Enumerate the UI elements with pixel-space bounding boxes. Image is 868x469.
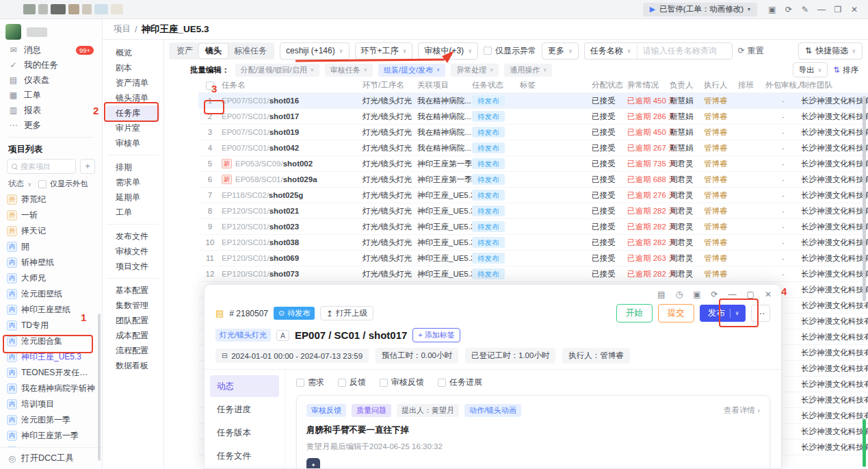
project-list-item[interactable]: 内 TD专用 [0,318,102,333]
table-row[interactable]: 6 新 EP058/SC01/ shot029a 灯光/镜头灯光 神印王座第一季… [198,172,868,188]
secondary-scrollbar-thumb[interactable] [863,419,866,467]
avatar[interactable] [5,24,21,40]
activity-filter-checkbox[interactable]: 审核反馈 [380,377,424,388]
entity-tab[interactable]: 标准任务 [228,44,273,58]
task-name-cell[interactable]: EP120/SC01/ shot023 [222,223,363,231]
project-list-item[interactable]: 内 斩神壁纸 [0,255,102,270]
table-row[interactable]: 1 EP007/SC01/ shot016 灯光/镜头灯光 我在精神病院... … [198,93,868,109]
batch-action-dropdown[interactable]: 通用操作 ∨ [504,64,552,77]
section-nav-item[interactable]: 工单 [106,205,160,220]
project-list-item[interactable]: 内 TEONES开发任务管理 [0,365,102,381]
sticker-badge[interactable]: ✦ [306,458,320,469]
project-list-item[interactable]: 内 大师兄 [0,270,102,286]
modal-tab[interactable]: 任务版本 [210,422,279,444]
modal-tab[interactable]: 任务进度 [210,398,279,420]
section-nav-item[interactable]: 成本配置 [106,328,160,343]
filter-dropdown[interactable]: ceshiji (+146) ∨ [280,42,350,60]
task-name-cell[interactable]: EP120/SC01/ shot038 [222,238,363,246]
start-button[interactable]: 开始 [616,304,653,322]
activity-filter-checkbox[interactable]: 反馈 [338,377,366,388]
task-search-input[interactable] [637,46,732,55]
view-detail-link[interactable]: 查看详情 › [724,405,760,416]
quick-filter-button[interactable]: ⇅ 快捷筛选 ∨ [798,42,863,60]
section-nav-item[interactable]: 排期 [106,160,160,175]
task-name-cell[interactable]: EP007/SC01/ shot017 [222,112,363,121]
table-row[interactable]: 7 EP118/SC02/ shot025g 灯光/镜头灯光 神印王座_UE5.… [198,188,868,203]
window-control-icon[interactable]: ✎ [797,5,813,14]
sidebar-nav-item[interactable]: ⋯ 更多 [0,118,102,133]
project-list-item[interactable]: 外 一斩 [0,207,102,223]
select-all-checkbox[interactable] [206,81,214,90]
project-list-item[interactable]: 外 择天记 [0,223,102,239]
task-name-cell[interactable]: EP120/SC01/ shot073 [222,270,363,278]
pause-status-dropdown[interactable]: ▶ 已暂停(工单：动画修改) ▾ [643,3,757,16]
sidebar-nav-item[interactable]: ✉ 消息 99+ [0,42,102,58]
project-search-input[interactable] [21,162,71,170]
sidebar-nav-item[interactable]: ✓ 我的任务 [0,58,102,73]
table-row[interactable]: 5 新 EP053/SC09/ shot002 灯光/镜头灯光 神印王座第一季 … [198,156,868,172]
modal-control-icon[interactable]: ▢ [747,290,754,299]
add-tag-button[interactable]: + 添加标签 [412,328,460,342]
submit-button[interactable]: 提交 [658,304,694,322]
task-name-cell[interactable]: EP007/SC01/ shot042 [222,144,363,152]
sort-button[interactable]: ⇅ 排序 [833,65,858,75]
project-list-item[interactable]: 内 神印王座第一季 [0,428,102,444]
table-row[interactable]: 3 EP007/SC01/ shot019 灯光/镜头灯光 我在精神病院... … [198,125,868,140]
task-name-cell[interactable]: 新 EP058/SC01/ shot029a [222,175,363,184]
search-field-select[interactable]: 任务名称 ∨ [585,43,637,59]
modal-control-icon[interactable]: ⟳ [711,290,718,299]
section-nav-item[interactable]: 流程配置 [106,343,160,358]
project-list-item[interactable]: 内 開 [0,239,102,255]
section-nav-item[interactable]: 审片室 [106,121,160,136]
modal-tab[interactable]: 动态 [210,375,279,397]
sidebar-nav-item[interactable]: ▦ 工单 [0,88,102,103]
reset-filters-button[interactable]: ⟳ 重置 [738,45,764,57]
filter-dropdown[interactable]: 环节+工序 ∨ [355,42,413,60]
table-row[interactable]: 4 EP007/SC01/ shot042 灯光/镜头灯光 我在精神病院... … [198,140,868,156]
modal-control-icon[interactable]: ▣ [693,290,700,299]
add-project-button[interactable]: + [80,159,95,174]
task-name-cell[interactable]: EP007/SC01/ shot019 [222,128,363,136]
breadcrumb-root[interactable]: 项目 [114,23,131,35]
project-list-item[interactable]: 内 神印王座_UE5.3 [0,349,102,365]
window-control-icon[interactable]: ✕ [846,5,863,14]
table-row[interactable]: 11 EP120/SC01/ shot069 灯光/镜头灯光 神印王座_UE5.… [198,251,868,266]
more-filters-dropdown[interactable]: 更多 ∨ [542,42,579,60]
task-name-cell[interactable]: EP120/SC01/ shot069 [222,254,363,262]
section-nav-item[interactable]: 资产清单 [106,75,160,90]
activity-filter-checkbox[interactable]: 任务进展 [438,377,482,388]
modal-control-icon[interactable]: ✕ [765,290,772,299]
section-nav-item[interactable]: 任务库 [106,105,160,121]
batch-action-dropdown[interactable]: 分配/退领/驳回/启用 ∨ [235,64,319,77]
open-parent-button[interactable]: ↥ 打开上级 [320,306,373,320]
section-nav-item[interactable]: 审核单 [106,136,160,151]
window-control-icon[interactable]: ▣ [764,5,780,14]
project-list-item[interactable]: 内 沧元图第一季 [0,412,102,428]
window-control-icon[interactable]: — [813,5,830,14]
section-nav-item[interactable]: 集数管理 [106,298,160,313]
table-row[interactable]: 2 EP007/SC01/ shot017 灯光/镜头灯光 我在精神病院... … [198,109,868,125]
modal-control-icon[interactable]: — [728,290,737,299]
section-nav-item[interactable]: 数据看板 [106,358,160,373]
entity-tab[interactable]: 镜头 [199,44,228,58]
table-row[interactable]: 9 EP120/SC01/ shot023 灯光/镜头灯光 神印王座_UE5.3… [198,219,868,235]
task-name-cell[interactable]: 新 EP053/SC09/ shot002 [222,159,363,168]
task-name-cell[interactable]: EP118/SC02/ shot025g [222,191,363,199]
section-nav-item[interactable]: 延期单 [106,190,160,205]
project-list-item[interactable]: 内 我在精神病院学斩神 [0,381,102,396]
table-row[interactable]: 10 EP120/SC01/ shot038 灯光/镜头灯光 神印王座_UE5.… [198,235,868,251]
modal-control-icon[interactable]: ▤ [657,290,665,299]
modal-control-icon[interactable]: ◷ [676,290,683,299]
project-list-item[interactable]: 内 沧元图壁纸 [0,286,102,302]
section-nav-item[interactable]: 镜头清单 [106,90,160,105]
task-name-cell[interactable]: EP120/SC01/ shot021 [222,207,363,215]
project-list-item[interactable]: 内 培训项目 [0,396,102,412]
sidebar-nav-item[interactable]: ▥ 报表 [0,103,102,118]
section-nav-item[interactable]: 概览 [106,45,160,60]
activity-filter-checkbox[interactable]: 需求 [296,377,324,388]
project-list-item[interactable]: 外 莽荒纪 [0,192,102,207]
outsource-only-checkbox[interactable]: 仅显示外包 [38,179,88,189]
status-filter-dropdown[interactable]: 状态 ∨ [8,179,31,189]
section-nav-item[interactable]: 团队配置 [106,313,160,328]
section-nav-item[interactable]: 剧本 [106,60,160,75]
